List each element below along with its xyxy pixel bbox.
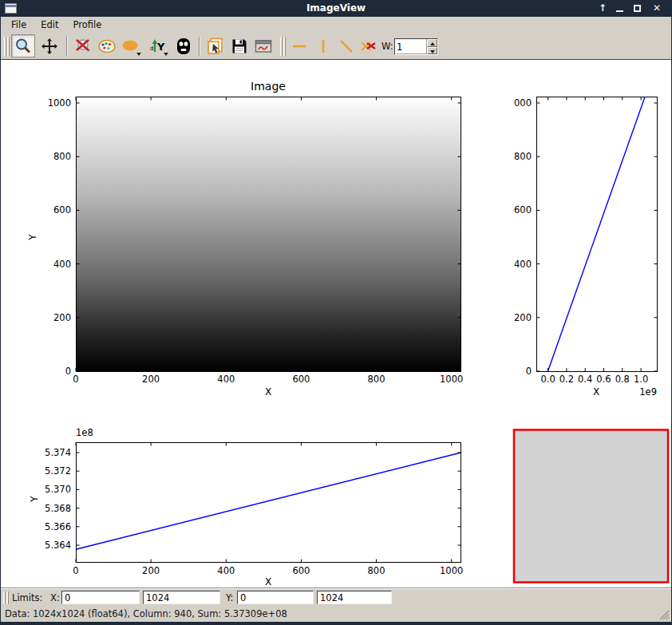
spin-up-icon[interactable] (427, 39, 437, 47)
image-gradient[interactable] (77, 97, 461, 371)
ytick-label: 5.374 (45, 447, 71, 458)
hline-profile-button[interactable] (288, 34, 312, 57)
resize-grip-icon[interactable] (659, 610, 670, 620)
copy-icon (206, 37, 225, 56)
width-label: W: (381, 41, 393, 52)
zoom-reset-button[interactable] (71, 34, 95, 57)
ytick-label: 200 (514, 312, 532, 323)
limits-drag-handle[interactable] (3, 591, 9, 604)
image-plot-ylabel: Y (27, 234, 38, 241)
limits-label: Limits: (12, 592, 42, 603)
ytick-label: 000 (514, 97, 532, 109)
diagonal-profile-button[interactable] (334, 34, 358, 57)
ytick-label: 5.370 (45, 484, 71, 495)
titlebar[interactable]: ImageView ↑ ✕ (0, 0, 672, 17)
xtick-label: 600 (292, 565, 310, 576)
menubar: File Edit Profile (1, 17, 671, 33)
spin-down-icon[interactable] (427, 47, 437, 55)
maximize-icon (634, 5, 641, 12)
pan-button[interactable] (38, 34, 61, 57)
toolbar-separator (66, 37, 68, 56)
x-min-input[interactable] (61, 591, 140, 604)
menu-edit[interactable]: Edit (35, 18, 64, 32)
save-icon (230, 37, 249, 56)
ytick-label: 600 (514, 204, 532, 216)
profile-toolbar-drag-handle[interactable] (280, 37, 286, 56)
dropdown-arrow-icon (136, 53, 141, 56)
x-profile-plot[interactable]: 1e8 5.374 5.372 5.370 5.368 5.366 5.364 … (29, 427, 463, 587)
zoom-reset-icon (73, 37, 93, 56)
minimize-button[interactable] (613, 2, 627, 15)
status-bar: Data: 1024x1024 (float64), Column: 940, … (1, 606, 671, 622)
width-input[interactable] (397, 40, 425, 53)
xtick-label: 200 (142, 565, 160, 576)
image-plot-title: Image (251, 80, 286, 93)
x-profile-offset-text: 1e8 (76, 427, 93, 438)
y-profile-frame (537, 97, 658, 372)
close-button[interactable]: ✕ (650, 2, 664, 15)
xtick-label: 200 (142, 374, 160, 385)
ytick-label: 800 (53, 151, 71, 162)
xtick-label: 1000 (440, 374, 463, 385)
y-profile-xlabel: X (593, 386, 599, 398)
x-max-input[interactable] (143, 591, 220, 604)
xtick-label: 0.6 (596, 374, 611, 385)
xtick-label: 0.2 (559, 374, 574, 385)
xtick-label: 0.4 (578, 374, 592, 385)
y-max-input[interactable] (317, 591, 392, 604)
save-button[interactable] (227, 34, 251, 57)
ytick-label: 400 (514, 259, 532, 270)
ytick-label: 800 (514, 151, 532, 162)
vline-profile-icon (314, 37, 334, 56)
palette-icon (97, 37, 117, 56)
delete-profile-button[interactable] (357, 34, 381, 57)
ytick-label: 5.368 (45, 503, 71, 514)
image-plot[interactable]: Image 1000 800 600 400 200 0 0 200 400 6… (27, 80, 463, 398)
xtick-label: 1.0 (634, 374, 648, 385)
xtick-label: 0.8 (615, 374, 630, 385)
export-plot-button[interactable] (251, 34, 275, 57)
xtick-label: 1000 (440, 565, 463, 576)
maximize-button[interactable] (630, 2, 645, 15)
ytick-label: 1000 (48, 97, 71, 109)
status-text: Data: 1024x1024 (float64), Column: 940, … (5, 608, 287, 619)
figure-canvas[interactable]: Image 1000 800 600 400 200 0 0 200 400 6… (1, 60, 671, 588)
copy-button[interactable] (204, 34, 227, 57)
xtick-label: 600 (292, 374, 310, 385)
mask-button[interactable] (172, 34, 196, 57)
menu-file[interactable]: File (6, 18, 32, 32)
toolbar-drag-handle[interactable] (4, 37, 10, 56)
imageview-window: ImageView ↑ ✕ File Edit Profile (0, 0, 672, 625)
shade-button[interactable]: ↑ (595, 2, 610, 15)
ytick-label: 400 (53, 259, 71, 270)
autoscale-y-button[interactable]: d Y (146, 34, 170, 57)
image-plot-xlabel: X (265, 386, 271, 398)
x-profile-ylabel: Y (29, 496, 40, 503)
window-body: File Edit Profile (1, 17, 671, 622)
y-profile-offset-text: 1e9 (639, 386, 657, 398)
selection-panel[interactable] (514, 430, 668, 583)
hline-profile-icon (291, 37, 310, 56)
ellipse-region-button[interactable] (119, 34, 143, 57)
vline-profile-button[interactable] (312, 34, 336, 57)
zoom-button[interactable] (11, 34, 35, 57)
export-plot-icon (254, 37, 273, 56)
mask-icon (174, 37, 193, 56)
palette-button[interactable] (95, 34, 119, 57)
xtick-label: 400 (217, 374, 235, 385)
ytick-label: 5.366 (45, 521, 71, 532)
figure-svg: Image 1000 800 600 400 200 0 0 200 400 6… (1, 60, 671, 588)
window-title: ImageView (0, 2, 672, 14)
y-profile-plot[interactable]: 000 800 600 400 200 0 0.0 0.2 0.4 0.6 0.… (514, 97, 657, 398)
ytick-label: 0 (526, 366, 532, 377)
x-profile-frame (77, 443, 461, 563)
y-min-input[interactable] (237, 591, 314, 604)
ytick-label: 600 (53, 204, 71, 216)
limits-bar: Limits: X: Y: (1, 588, 671, 606)
menu-profile[interactable]: Profile (68, 18, 108, 32)
xtick-label: 800 (368, 374, 385, 385)
x-profile-xlabel: X (265, 576, 271, 587)
xtick-label: 400 (217, 565, 235, 576)
svg-text:d: d (150, 45, 153, 52)
xtick-label: 0.0 (540, 374, 555, 385)
